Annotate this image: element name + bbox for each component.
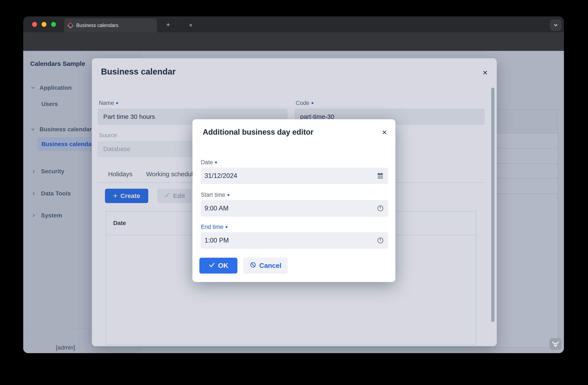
clock-icon[interactable] xyxy=(377,205,384,212)
date-field-label: Date xyxy=(201,159,217,166)
end-time-field-label: End time xyxy=(201,224,228,230)
ok-button[interactable]: OK xyxy=(199,258,237,274)
cancel-button[interactable]: Cancel xyxy=(243,258,288,274)
end-time-field[interactable]: 1:00 PM xyxy=(201,232,388,249)
vaadin-icon xyxy=(551,340,560,348)
jmix-favicon-icon xyxy=(67,22,74,29)
date-field[interactable]: 31/12/2024 xyxy=(201,168,388,184)
traffic-close-icon[interactable] xyxy=(32,22,37,27)
tab-search-chevron-icon[interactable] xyxy=(550,20,561,31)
check-icon xyxy=(209,262,215,270)
new-tab-button[interactable]: + xyxy=(164,21,172,29)
tab-title: Business calendars xyxy=(76,18,118,32)
close-icon[interactable]: ✕ xyxy=(380,128,389,137)
vaadin-dev-tools-button[interactable] xyxy=(549,338,561,350)
screenshot-stage: Business calendars ✕ + loc xyxy=(0,0,588,385)
required-dot xyxy=(228,194,229,196)
traffic-zoom-icon[interactable] xyxy=(51,22,56,27)
app-page: Calendars Sample Application Users Busin… xyxy=(23,51,564,353)
additional-business-day-editor-dialog: Additional business day editor ✕ Date 31… xyxy=(192,119,395,282)
start-time-field-label: Start time xyxy=(201,192,229,198)
clock-icon[interactable] xyxy=(377,237,384,244)
browser-tab-strip: Business calendars ✕ + xyxy=(23,17,564,32)
required-dot xyxy=(226,226,228,228)
tab-close-icon[interactable]: ✕ xyxy=(188,22,194,28)
dialog-title: Additional business day editor xyxy=(203,128,314,137)
browser-toolbar: localhost:8080/businesscalendar/business… xyxy=(23,32,564,51)
browser-tab[interactable]: Business calendars ✕ xyxy=(64,18,157,32)
browser-window: Business calendars ✕ + loc xyxy=(23,17,564,353)
ban-icon xyxy=(250,262,256,270)
start-time-field[interactable]: 9:00 AM xyxy=(201,200,388,217)
required-dot xyxy=(215,162,217,163)
traffic-minimize-icon[interactable] xyxy=(42,22,46,27)
calendar-icon[interactable] xyxy=(376,172,384,180)
